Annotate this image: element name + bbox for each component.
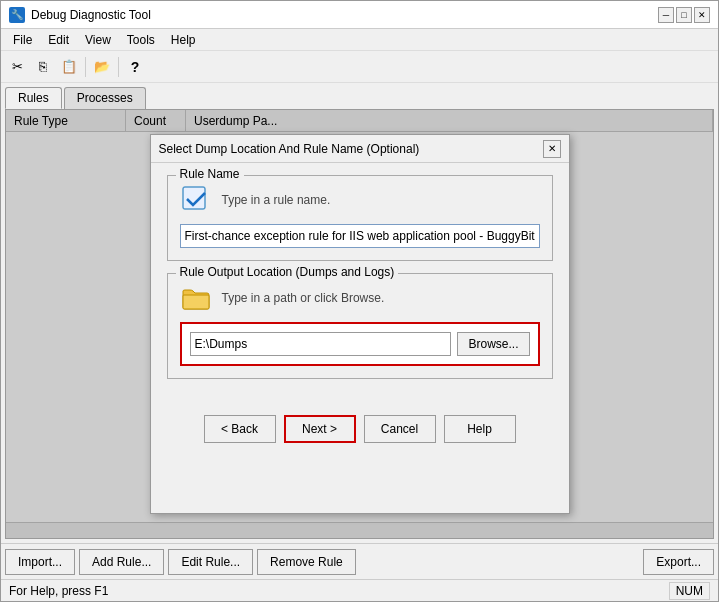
menu-help[interactable]: Help [163, 31, 204, 49]
folder-icon [180, 282, 212, 314]
window-controls: ─ □ ✕ [658, 7, 710, 23]
output-location-hint: Type in a path or click Browse. [222, 291, 385, 305]
title-bar-left: 🔧 Debug Diagnostic Tool [9, 7, 151, 23]
menu-edit[interactable]: Edit [40, 31, 77, 49]
title-bar: 🔧 Debug Diagnostic Tool ─ □ ✕ [1, 1, 718, 29]
folder-svg-icon [181, 285, 211, 311]
remove-rule-button[interactable]: Remove Rule [257, 549, 356, 575]
import-button[interactable]: Import... [5, 549, 75, 575]
maximize-button[interactable]: □ [676, 7, 692, 23]
app-icon: 🔧 [9, 7, 25, 23]
output-hint-row: Type in a path or click Browse. [180, 282, 540, 314]
dialog-buttons: < Back Next > Cancel Help [151, 403, 569, 455]
output-location-group-title: Rule Output Location (Dumps and Logs) [176, 265, 399, 279]
help-dialog-button[interactable]: Help [444, 415, 516, 443]
rule-name-hint: Type in a rule name. [222, 193, 331, 207]
path-group: Browse... [180, 322, 540, 366]
menu-file[interactable]: File [5, 31, 40, 49]
browse-button[interactable]: Browse... [457, 332, 529, 356]
close-window-button[interactable]: ✕ [694, 7, 710, 23]
tab-rules[interactable]: Rules [5, 87, 62, 109]
main-window: 🔧 Debug Diagnostic Tool ─ □ ✕ File Edit … [0, 0, 719, 602]
back-button[interactable]: < Back [204, 415, 276, 443]
toolbar: ✂ ⎘ 📋 📂 ? [1, 51, 718, 83]
copy-button[interactable]: ⎘ [31, 55, 55, 79]
next-button[interactable]: Next > [284, 415, 356, 443]
cut-button[interactable]: ✂ [5, 55, 29, 79]
menu-bar: File Edit View Tools Help [1, 29, 718, 51]
output-location-group: Rule Output Location (Dumps and Logs) Ty… [167, 273, 553, 379]
rule-name-svg-icon [181, 185, 211, 215]
add-rule-button[interactable]: Add Rule... [79, 549, 164, 575]
toolbar-separator [85, 57, 86, 77]
dialog-title-bar: Select Dump Location And Rule Name (Opti… [151, 135, 569, 163]
tab-processes[interactable]: Processes [64, 87, 146, 109]
help-button[interactable]: ? [123, 55, 147, 79]
menu-view[interactable]: View [77, 31, 119, 49]
rule-name-hint-row: Type in a rule name. [180, 184, 540, 216]
path-input[interactable] [190, 332, 452, 356]
tab-bar: Rules Processes [1, 83, 718, 109]
path-row: Browse... [190, 332, 530, 356]
modal-overlay: Select Dump Location And Rule Name (Opti… [6, 110, 713, 538]
app-title: Debug Diagnostic Tool [31, 8, 151, 22]
rule-name-icon [180, 184, 212, 216]
open-button[interactable]: 📂 [90, 55, 114, 79]
main-content: Rule Type Count Userdump Pa... Select Du… [5, 109, 714, 539]
bottom-toolbar: Import... Add Rule... Edit Rule... Remov… [1, 543, 718, 579]
dialog-content: Rule Name Type in a rule name. [151, 163, 569, 403]
rule-name-group: Rule Name Type in a rule name. [167, 175, 553, 261]
status-bar: For Help, press F1 NUM [1, 579, 718, 601]
rule-name-group-title: Rule Name [176, 167, 244, 181]
status-num: NUM [669, 582, 710, 600]
menu-tools[interactable]: Tools [119, 31, 163, 49]
toolbar-separator-2 [118, 57, 119, 77]
export-button[interactable]: Export... [643, 549, 714, 575]
minimize-button[interactable]: ─ [658, 7, 674, 23]
status-text: For Help, press F1 [9, 584, 108, 598]
dialog: Select Dump Location And Rule Name (Opti… [150, 134, 570, 514]
cancel-button[interactable]: Cancel [364, 415, 436, 443]
dialog-close-button[interactable]: ✕ [543, 140, 561, 158]
svg-rect-1 [183, 295, 209, 309]
edit-rule-button[interactable]: Edit Rule... [168, 549, 253, 575]
dialog-title: Select Dump Location And Rule Name (Opti… [159, 142, 420, 156]
rule-name-input[interactable] [180, 224, 540, 248]
paste-button[interactable]: 📋 [57, 55, 81, 79]
